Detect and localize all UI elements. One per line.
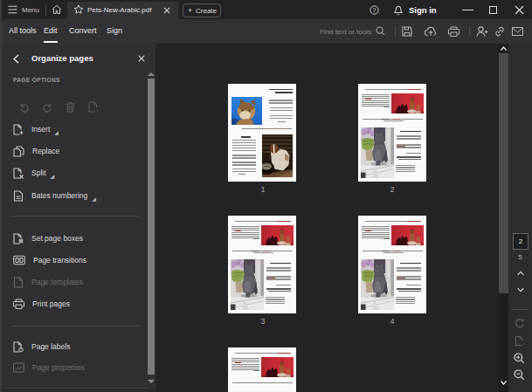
svg-text:?: ? bbox=[373, 7, 377, 13]
